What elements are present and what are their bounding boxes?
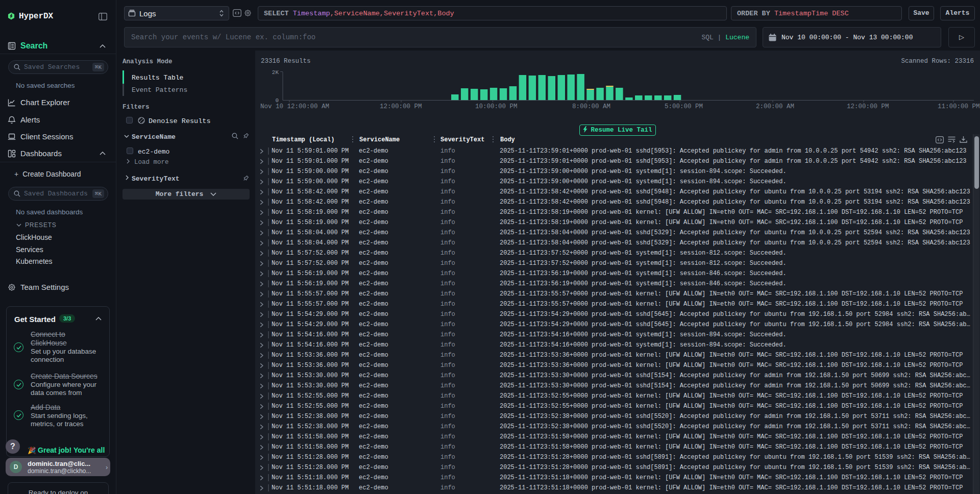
svg-text:10:00:00 PM: 10:00:00 PM [475,103,518,110]
svg-text:8:00:00 AM: 8:00:00 AM [572,103,610,110]
svg-text:12:00:00 PM: 12:00:00 PM [380,103,422,110]
svg-text:12:00:00 PM: 12:00:00 PM [847,103,889,110]
svg-text:11:00:00 PM: 11:00:00 PM [938,103,980,110]
svg-text:2K: 2K [272,69,279,76]
svg-text:2:00:00 AM: 2:00:00 AM [756,103,794,110]
svg-text:Nov 10 12:00:00 AM: Nov 10 12:00:00 AM [260,103,329,110]
svg-text:5:00:00 PM: 5:00:00 PM [665,103,703,110]
